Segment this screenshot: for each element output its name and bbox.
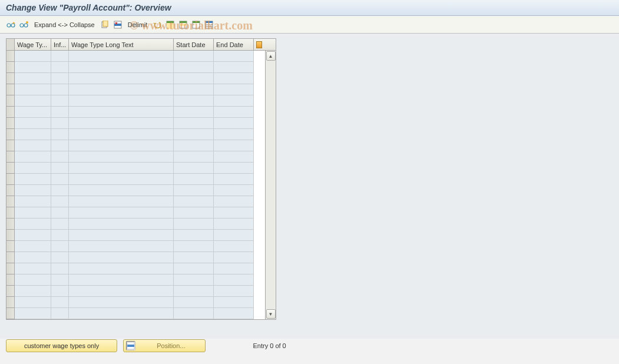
- cell-inf[interactable]: [51, 297, 69, 308]
- table-row[interactable]: [6, 107, 265, 118]
- cell-start-date[interactable]: [174, 62, 214, 73]
- cell-end-date[interactable]: [214, 140, 254, 151]
- row-selector[interactable]: [6, 73, 15, 84]
- cell-start-date[interactable]: [174, 95, 214, 107]
- cell-inf[interactable]: [51, 129, 69, 140]
- cell-wage-type[interactable]: [15, 163, 51, 174]
- row-selector[interactable]: [6, 241, 15, 252]
- cell-wage-type[interactable]: [15, 207, 51, 219]
- cell-wage-type[interactable]: [15, 263, 51, 274]
- table-row[interactable]: [6, 73, 265, 84]
- select-all-icon[interactable]: [165, 19, 176, 30]
- cell-long-text[interactable]: [69, 230, 174, 241]
- customer-wage-types-button[interactable]: customer wage types only: [6, 339, 117, 352]
- cell-wage-type[interactable]: [15, 252, 51, 263]
- deselect-all-icon[interactable]: [191, 19, 201, 30]
- table-row[interactable]: [6, 95, 265, 107]
- cell-end-date[interactable]: [214, 163, 254, 174]
- cell-wage-type[interactable]: [15, 274, 51, 286]
- cell-end-date[interactable]: [214, 118, 254, 129]
- cell-inf[interactable]: [51, 252, 69, 263]
- cell-wage-type[interactable]: [15, 73, 51, 84]
- cell-long-text[interactable]: [69, 207, 174, 219]
- col-wage-type[interactable]: Wage Ty...: [15, 39, 51, 50]
- cell-long-text[interactable]: [69, 118, 174, 129]
- row-selector[interactable]: [6, 51, 15, 62]
- cell-inf[interactable]: [51, 274, 69, 286]
- cell-start-date[interactable]: [174, 151, 214, 163]
- cell-end-date[interactable]: [214, 308, 254, 319]
- cell-end-date[interactable]: [214, 196, 254, 207]
- table-config-icon[interactable]: [254, 39, 264, 50]
- delete-row-icon[interactable]: [112, 19, 123, 30]
- row-selector[interactable]: [6, 297, 15, 308]
- cell-inf[interactable]: [51, 263, 69, 274]
- cell-wage-type[interactable]: [15, 185, 51, 196]
- table-row[interactable]: [6, 51, 265, 62]
- row-selector[interactable]: [6, 219, 15, 230]
- cell-start-date[interactable]: [174, 263, 214, 274]
- cell-start-date[interactable]: [174, 230, 214, 241]
- cell-inf[interactable]: [51, 73, 69, 84]
- position-button[interactable]: Position...: [123, 339, 206, 352]
- cell-start-date[interactable]: [174, 129, 214, 140]
- cell-start-date[interactable]: [174, 196, 214, 207]
- table-row[interactable]: [6, 84, 265, 95]
- table-row[interactable]: [6, 263, 265, 274]
- cell-inf[interactable]: [51, 308, 69, 319]
- cell-start-date[interactable]: [174, 219, 214, 230]
- cell-inf[interactable]: [51, 174, 69, 185]
- scroll-down-icon[interactable]: ▼: [266, 309, 276, 319]
- table-settings-icon[interactable]: [204, 19, 214, 30]
- col-inf[interactable]: Inf...: [51, 39, 69, 50]
- cell-wage-type[interactable]: [15, 174, 51, 185]
- cell-inf[interactable]: [51, 207, 69, 219]
- cell-inf[interactable]: [51, 140, 69, 151]
- copy-icon[interactable]: [100, 19, 110, 30]
- table-row[interactable]: [6, 241, 265, 252]
- cell-start-date[interactable]: [174, 252, 214, 263]
- cell-start-date[interactable]: [174, 140, 214, 151]
- cell-long-text[interactable]: [69, 107, 174, 118]
- cell-start-date[interactable]: [174, 274, 214, 286]
- glasses-find-icon[interactable]: [19, 19, 29, 30]
- cell-wage-type[interactable]: [15, 230, 51, 241]
- glasses-pencil-icon[interactable]: [6, 19, 16, 30]
- cell-wage-type[interactable]: [15, 129, 51, 140]
- cell-long-text[interactable]: [69, 219, 174, 230]
- cell-start-date[interactable]: [174, 51, 214, 62]
- table-row[interactable]: [6, 129, 265, 140]
- cell-end-date[interactable]: [214, 252, 254, 263]
- table-row[interactable]: [6, 163, 265, 174]
- cell-inf[interactable]: [51, 51, 69, 62]
- row-selector[interactable]: [6, 274, 15, 286]
- col-end-date[interactable]: End Date: [214, 39, 254, 50]
- cell-long-text[interactable]: [69, 263, 174, 274]
- col-start-date[interactable]: Start Date: [174, 39, 214, 50]
- cell-wage-type[interactable]: [15, 308, 51, 319]
- cell-long-text[interactable]: [69, 151, 174, 163]
- table-row[interactable]: [6, 230, 265, 241]
- table-row[interactable]: [6, 174, 265, 185]
- table-row[interactable]: [6, 140, 265, 151]
- cell-start-date[interactable]: [174, 286, 214, 297]
- cell-end-date[interactable]: [214, 207, 254, 219]
- cell-start-date[interactable]: [174, 163, 214, 174]
- cell-wage-type[interactable]: [15, 107, 51, 118]
- table-row[interactable]: [6, 286, 265, 297]
- cell-end-date[interactable]: [214, 151, 254, 163]
- cell-start-date[interactable]: [174, 73, 214, 84]
- cell-start-date[interactable]: [174, 118, 214, 129]
- cell-wage-type[interactable]: [15, 286, 51, 297]
- cell-wage-type[interactable]: [15, 140, 51, 151]
- row-selector[interactable]: [6, 185, 15, 196]
- cell-start-date[interactable]: [174, 241, 214, 252]
- cell-end-date[interactable]: [214, 174, 254, 185]
- row-selector[interactable]: [6, 163, 15, 174]
- cell-long-text[interactable]: [69, 252, 174, 263]
- cell-end-date[interactable]: [214, 263, 254, 274]
- cell-inf[interactable]: [51, 163, 69, 174]
- cell-long-text[interactable]: [69, 274, 174, 286]
- cell-wage-type[interactable]: [15, 51, 51, 62]
- cell-long-text[interactable]: [69, 129, 174, 140]
